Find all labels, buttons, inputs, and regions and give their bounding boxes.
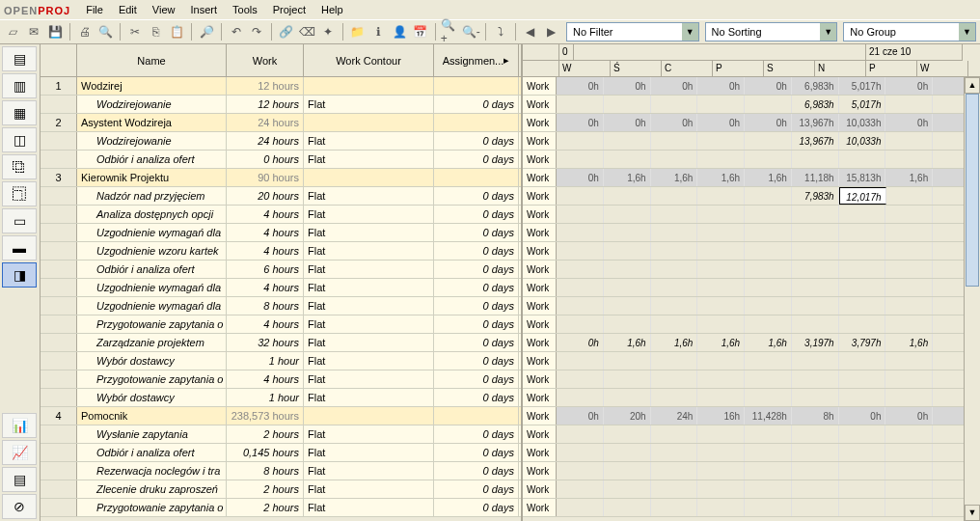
contour-cell[interactable]: Flat [304,499,434,516]
timephased-row[interactable]: Work [523,352,980,370]
name-cell[interactable]: Uzgodnienie wzoru kartek [77,242,227,260]
value-cell[interactable]: 1,6h [697,169,745,186]
value-cell[interactable] [604,132,651,150]
row-number[interactable] [41,206,77,223]
value-cell[interactable] [651,279,698,296]
copy-icon[interactable]: ⎘ [147,22,166,41]
value-cell[interactable] [557,206,604,223]
chevron-down-icon[interactable]: ▼ [682,23,698,41]
assign-cell[interactable]: 0 days [434,132,519,150]
value-cell[interactable] [885,242,933,260]
value-cell[interactable] [792,425,839,443]
save-icon[interactable]: 💾 [45,22,65,41]
row-number[interactable] [41,352,77,370]
timephased-row[interactable]: Work0h0h0h0h0h6,983h5,017h0h0h [523,77,980,96]
value-cell[interactable] [745,242,792,260]
value-cell[interactable] [604,462,651,480]
row-number[interactable] [41,297,77,315]
value-cell[interactable] [697,462,745,480]
name-cell[interactable]: Uzgodnienie wymagań dla [77,297,227,315]
contour-cell[interactable]: Flat [304,96,434,113]
row-number[interactable] [41,480,77,498]
assign-cell[interactable]: 0 days [434,297,519,315]
value-cell[interactable] [697,389,745,406]
name-cell[interactable]: Odbiór i analiza ofert [77,260,227,278]
row-number[interactable] [41,279,77,296]
value-cell[interactable]: 3,797h [839,334,886,351]
value-cell[interactable] [839,462,886,480]
menu-tools[interactable]: Tools [225,2,265,17]
value-cell[interactable]: 10,033h [839,132,886,150]
value-cell[interactable] [745,352,792,370]
unlink-icon[interactable]: ⌫ [298,22,317,41]
value-cell[interactable] [697,370,745,388]
value-cell[interactable]: 1,6h [885,169,933,186]
value-cell[interactable] [839,425,886,443]
work-header[interactable]: Work [227,44,304,76]
value-cell[interactable]: 0h [651,114,698,131]
person-icon[interactable]: 👤 [390,22,409,41]
menu-insert[interactable]: Insert [183,2,226,17]
work-cell[interactable]: 8 hours [227,297,304,315]
work-cell[interactable]: 4 hours [227,279,304,296]
value-cell[interactable] [651,132,698,150]
row-number[interactable]: 2 [41,114,77,131]
value-cell[interactable] [651,315,698,333]
value-cell[interactable] [651,352,698,370]
menu-help[interactable]: Help [313,2,351,17]
value-cell[interactable] [557,499,604,516]
work-cell[interactable]: 0,145 hours [227,444,304,461]
value-cell[interactable] [792,151,839,168]
value-cell[interactable] [745,370,792,388]
value-cell[interactable] [745,389,792,406]
goto-icon[interactable]: ⤵ [491,22,510,41]
table-row[interactable]: Uzgodnienie wzoru kartek4 hoursFlat0 day… [41,242,521,260]
assign-cell[interactable]: 0 days [434,279,519,296]
contour-cell[interactable]: Flat [304,462,434,480]
value-cell[interactable] [885,444,933,461]
timephased-row[interactable]: Work [523,444,980,462]
row-number[interactable] [41,425,77,443]
value-cell[interactable] [557,462,604,480]
assign-cell[interactable]: 0 days [434,425,519,443]
value-cell[interactable] [885,462,933,480]
assign-cell[interactable]: 0 days [434,151,519,168]
timephased-row[interactable]: Work [523,499,980,517]
assign-cell[interactable]: 0 days [434,480,519,498]
value-cell[interactable]: 0h [697,114,745,131]
value-cell[interactable]: 0h [557,169,604,186]
contour-cell[interactable]: Flat [304,334,434,351]
value-cell[interactable] [885,96,933,113]
assign-cell[interactable]: 0 days [434,96,519,113]
value-cell[interactable] [557,260,604,278]
value-cell[interactable] [885,297,933,315]
info-icon[interactable]: ℹ [369,22,389,41]
value-cell[interactable] [697,425,745,443]
value-cell[interactable] [557,425,604,443]
value-cell[interactable] [839,206,886,223]
rbs-view-button[interactable]: ⿹ [2,181,37,206]
work-cell[interactable]: 2 hours [227,499,304,516]
table-row[interactable]: Odbiór i analiza ofert0,145 hoursFlat0 d… [41,444,521,462]
value-cell[interactable]: 1,6h [745,169,792,186]
value-cell[interactable] [839,297,886,315]
table-row[interactable]: Wodzirejowanie12 hoursFlat0 days [41,96,521,114]
work-cell[interactable]: 2 hours [227,425,304,443]
work-cell[interactable]: 4 hours [227,370,304,388]
value-cell[interactable] [604,315,651,333]
value-cell[interactable] [885,425,933,443]
value-cell[interactable]: 0h [557,77,604,95]
value-cell[interactable] [839,224,886,241]
timephased-row[interactable]: Work [523,151,980,169]
value-cell[interactable] [557,187,604,205]
value-cell[interactable] [697,444,745,461]
value-cell[interactable] [604,96,651,113]
work-cell[interactable]: 4 hours [227,315,304,333]
split-icon[interactable]: ✦ [318,22,338,41]
value-cell[interactable] [792,480,839,498]
row-number[interactable] [41,224,77,241]
gantt-view-button[interactable]: ▤ [2,46,37,71]
value-cell[interactable]: 0h [885,407,933,425]
cut-icon[interactable]: ✂ [125,22,145,41]
zoomout-icon[interactable]: 🔍- [461,22,480,41]
